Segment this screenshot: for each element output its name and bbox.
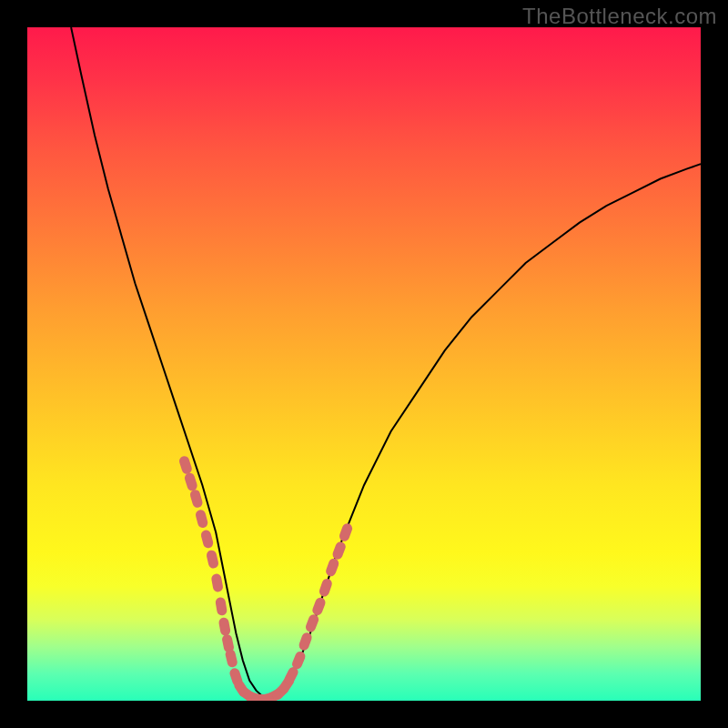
curve-marker	[178, 455, 194, 475]
bottleneck-curve	[71, 27, 701, 699]
curve-marker	[338, 522, 353, 543]
curve-marker	[225, 648, 238, 668]
curve-marker	[331, 541, 347, 561]
curve-marker	[195, 509, 209, 529]
curve-marker	[210, 573, 223, 593]
curve-marker	[311, 596, 327, 617]
chart-frame: TheBottleneck.com	[0, 0, 728, 728]
curve-marker	[318, 577, 333, 597]
curve-marker	[206, 550, 219, 570]
curve-marker	[200, 529, 215, 549]
watermark-text: TheBottleneck.com	[522, 4, 717, 29]
plot-area	[27, 27, 701, 701]
curve-marker	[298, 632, 313, 652]
curve-marker	[325, 557, 340, 578]
curve-marker	[218, 617, 231, 637]
curve-marker	[189, 489, 204, 509]
curve-marker	[184, 471, 199, 491]
curve-marker	[304, 613, 319, 634]
curve-svg	[27, 27, 701, 701]
curve-marker	[215, 597, 228, 617]
